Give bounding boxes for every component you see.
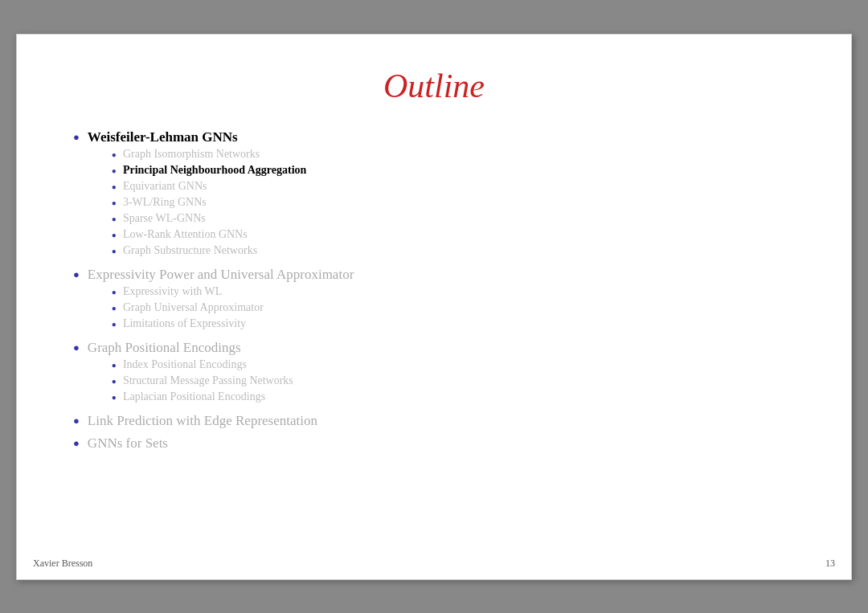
section-expressivity: ● Expressivity Power and Universal Appro…: [73, 267, 803, 333]
bullet-expressivity: ●: [73, 268, 80, 281]
sub-items-expressivity: ● Expressivity with WL ● Graph Universal…: [112, 285, 354, 330]
sub-graph-iso: ● Graph Isomorphism Networks: [112, 148, 306, 161]
sub-struct-mpn: ● Structural Message Passing Networks: [112, 374, 293, 387]
sub-expr-wl: ● Expressivity with WL: [112, 285, 354, 298]
sub-lim-expr: ● Limitations of Expressivity: [112, 317, 354, 330]
bullet-gnns-sets: ●: [73, 437, 80, 450]
section-wl-gnns-label: Weisfeiler-Lehman GNNs: [88, 129, 238, 145]
sub-sparse: ● Sparse WL-GNNs: [112, 212, 306, 225]
section-positional: ● Graph Positional Encodings ● Index Pos…: [73, 340, 803, 407]
section-wl-gnns-content: Weisfeiler-Lehman GNNs ● Graph Isomorphi…: [88, 129, 306, 260]
bullet-graph-univ: ●: [112, 304, 117, 313]
sub-sparse-label: Sparse WL-GNNs: [123, 212, 206, 225]
sub-index-pe-label: Index Positional Encodings: [123, 358, 247, 371]
bullet-ring: ●: [112, 198, 117, 207]
sub-lim-expr-label: Limitations of Expressivity: [123, 317, 246, 330]
bullet-equiv: ●: [112, 182, 117, 191]
section-wl-gnns: ● Weisfeiler-Lehman GNNs ● Graph Isomorp…: [73, 129, 803, 260]
bullet-pna: ●: [112, 166, 117, 175]
sub-struct-mpn-label: Structural Message Passing Networks: [123, 374, 293, 387]
section-positional-label: Graph Positional Encodings: [88, 340, 241, 355]
sub-pna-label: Principal Neighbourhood Aggregation: [123, 164, 306, 177]
outline-content: ● Weisfeiler-Lehman GNNs ● Graph Isomorp…: [65, 129, 803, 452]
bullet-sparse: ●: [112, 215, 117, 223]
sub-graph-univ-label: Graph Universal Approximator: [123, 301, 264, 314]
sub-lowrank-label: Low-Rank Attention GNNs: [123, 228, 248, 241]
sub-index-pe: ● Index Positional Encodings: [112, 358, 293, 371]
sub-equiv: ● Equivariant GNNs: [112, 180, 306, 193]
sub-laplacian-pe-label: Laplacian Positional Encodings: [123, 390, 265, 403]
bullet-graph-iso: ●: [112, 150, 117, 159]
section-link-pred-label: Link Prediction with Edge Representation: [88, 413, 317, 428]
section-gnns-sets-content: GNNs for Sets: [88, 435, 168, 452]
sub-graph-univ: ● Graph Universal Approximator: [112, 301, 354, 314]
sub-items-positional: ● Index Positional Encodings ● Structura…: [112, 358, 293, 403]
slide-title: Outline: [65, 67, 803, 105]
section-expressivity-content: Expressivity Power and Universal Approxi…: [88, 267, 354, 333]
bullet-wl-gnns: ●: [73, 131, 80, 144]
sub-graph-iso-label: Graph Isomorphism Networks: [123, 148, 260, 161]
section-gnns-sets: ● GNNs for Sets: [73, 435, 803, 452]
sub-ring-label: 3-WL/Ring GNNs: [123, 196, 207, 209]
section-link-pred-content: Link Prediction with Edge Representation: [88, 413, 317, 429]
bullet-substruct: ●: [112, 247, 117, 255]
sub-substruct-label: Graph Substructure Networks: [123, 244, 257, 257]
section-expressivity-label: Expressivity Power and Universal Approxi…: [88, 267, 354, 282]
section-positional-content: Graph Positional Encodings ● Index Posit…: [88, 340, 293, 407]
bullet-laplacian-pe: ●: [112, 393, 117, 402]
footer-author: Xavier Bresson: [33, 558, 92, 570]
bullet-struct-mpn: ●: [112, 377, 117, 386]
section-gnns-sets-label: GNNs for Sets: [88, 435, 168, 451]
bullet-expr-wl: ●: [112, 288, 117, 296]
bullet-link-pred: ●: [73, 415, 80, 427]
sub-pna: ● Principal Neighbourhood Aggregation: [112, 164, 306, 177]
sub-equiv-label: Equivariant GNNs: [123, 180, 207, 193]
sub-expr-wl-label: Expressivity with WL: [123, 285, 222, 298]
sub-ring: ● 3-WL/Ring GNNs: [112, 196, 306, 209]
slide-footer: Xavier Bresson 13: [33, 558, 835, 570]
footer-page: 13: [825, 558, 835, 570]
sub-laplacian-pe: ● Laplacian Positional Encodings: [112, 390, 293, 403]
sub-items-wl-gnns: ● Graph Isomorphism Networks ● Principal…: [112, 148, 306, 257]
bullet-lim-expr: ●: [112, 320, 117, 329]
bullet-index-pe: ●: [112, 361, 117, 370]
slide: Outline ● Weisfeiler-Lehman GNNs ● Graph…: [16, 34, 852, 580]
sub-substruct: ● Graph Substructure Networks: [112, 244, 306, 257]
bullet-lowrank: ●: [112, 231, 117, 239]
sub-lowrank: ● Low-Rank Attention GNNs: [112, 228, 306, 241]
section-link-pred: ● Link Prediction with Edge Representati…: [73, 413, 803, 429]
bullet-positional: ●: [73, 341, 80, 354]
